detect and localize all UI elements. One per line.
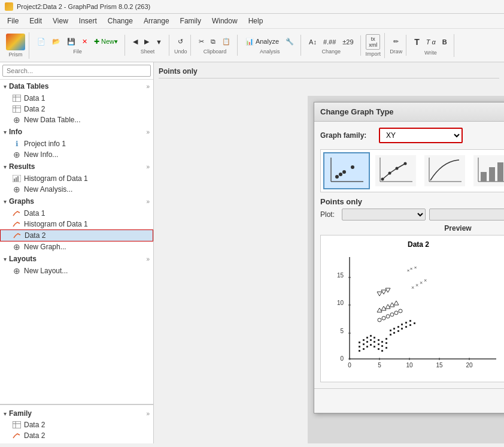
menu-insert[interactable]: Insert [74, 15, 102, 27]
svg-rect-75 [370, 339, 372, 341]
section-info-header[interactable]: ▾ Info » [0, 125, 153, 138]
svg-rect-64 [359, 350, 360, 352]
toolbar-sheet-label: Sheet [141, 49, 155, 55]
label-data1: Data 1 [24, 94, 45, 102]
menu-family[interactable]: Family [175, 15, 206, 27]
points-only-label: Points only [320, 197, 504, 206]
svg-rect-69 [378, 348, 379, 350]
sheet-btn2[interactable]: ▶ [141, 36, 152, 47]
preview-chart: Data 2 0 5 10 15 [320, 235, 504, 382]
sidebar-item-data2-graph[interactable]: Data 2 [0, 229, 153, 241]
svg-point-111 [399, 309, 402, 313]
expand-results[interactable]: » [146, 164, 150, 170]
title-bar: Project2:Data 2 - GraphPad Prism 8.0.2 (… [0, 0, 504, 14]
change-btn3[interactable]: ±29 [339, 37, 356, 47]
sidebar-item-new-graph[interactable]: ⊕ New Graph... [0, 241, 153, 252]
svg-rect-85 [378, 339, 379, 341]
family-header[interactable]: ▾ Family » [0, 407, 153, 419]
label-new-analysis: New Analysis... [24, 185, 72, 194]
toolbar-prism-label: Prism [9, 52, 23, 58]
graph-type-bar[interactable] [470, 152, 504, 189]
section-data-tables: ▾ Data Tables » Data 1 Data 2 [0, 80, 153, 125]
expand-info[interactable]: » [146, 129, 150, 135]
svg-rect-70 [381, 350, 383, 352]
analyze-btn[interactable]: 📊 Analyze [242, 36, 282, 47]
svg-rect-90 [397, 330, 399, 332]
paste-btn[interactable]: 📋 [219, 36, 233, 47]
sheet-btn1[interactable]: ◀ [130, 36, 141, 47]
graph-types-container [320, 149, 504, 192]
app-icon [5, 2, 13, 11]
text-btn[interactable]: T [411, 35, 423, 49]
cut-btn[interactable]: ✂ [196, 36, 207, 47]
change-btn2[interactable]: #.## [320, 37, 339, 47]
sidebar-item-data1[interactable]: Data 1 [0, 93, 153, 104]
sidebar-item-histogram-graph[interactable]: Histogram of Data 1 [0, 219, 153, 229]
svg-rect-33 [481, 172, 487, 182]
expand-family[interactable]: » [146, 410, 150, 417]
sidebar-item-new-info[interactable]: ⊕ New Info... [0, 149, 153, 160]
graph-icon-data2 [13, 231, 22, 240]
undo-btn[interactable]: ↺ [175, 36, 186, 47]
svg-rect-10 [13, 421, 21, 428]
addnew-btn[interactable]: ✚ New▾ [91, 36, 121, 47]
svg-rect-98 [401, 324, 403, 325]
save-btn[interactable]: 💾 [64, 36, 78, 47]
sidebar-item-new-data-table[interactable]: ⊕ New Data Table... [0, 114, 153, 125]
sheet-btn3[interactable]: ▼ [153, 36, 165, 47]
menu-change[interactable]: Change [103, 15, 138, 27]
change-btn1[interactable]: A↕ [306, 37, 320, 47]
new-btn[interactable]: 📄 [34, 36, 48, 47]
sidebar-item-data2-table[interactable]: Data 2 [0, 104, 153, 114]
menu-help[interactable]: Help [244, 15, 268, 27]
delete-btn[interactable]: ✕ [79, 36, 90, 47]
graph-family-select[interactable]: XY Column Grouped Contingency Survival [379, 128, 463, 143]
sidebar-item-new-layout[interactable]: ⊕ New Layout... [0, 265, 153, 276]
toolbar: Prism 📄 📂 💾 ✕ ✚ New▾ File ◀ ▶ ▼ Sheet ↺ … [0, 29, 504, 62]
menu-arrange[interactable]: Arrange [139, 15, 174, 27]
section-data-tables-header[interactable]: ▾ Data Tables » [0, 80, 153, 93]
svg-rect-68 [374, 346, 375, 348]
expand-graphs[interactable]: » [146, 198, 150, 205]
label-graph-data1: Data 1 [24, 209, 45, 218]
dialog-title: Change Graph Type [320, 107, 394, 116]
section-results-header[interactable]: ▾ Results » [0, 160, 153, 173]
svg-rect-78 [381, 345, 383, 347]
section-layouts-header[interactable]: ▾ Layouts » [0, 252, 153, 265]
section-graphs-header[interactable]: ▾ Graphs » [0, 195, 153, 208]
svg-rect-8 [16, 177, 17, 182]
section-info: ▾ Info » ℹ Project info 1 ⊕ New Info... [0, 125, 153, 160]
menu-file[interactable]: File [2, 15, 23, 27]
search-input[interactable] [2, 65, 151, 77]
bold-btn[interactable]: B [439, 35, 450, 49]
sidebar-item-histogram-results[interactable]: Histogram of Data 1 [0, 173, 153, 184]
graph-type-curve[interactable] [421, 152, 468, 189]
plot-select-1[interactable] [342, 209, 426, 221]
import-btn[interactable]: txxml [366, 34, 380, 50]
graph-type-scatter[interactable] [323, 152, 370, 189]
sidebar-item-family-data2-graph[interactable]: Data 2 [0, 430, 153, 441]
menu-edit[interactable]: Edit [25, 15, 47, 27]
copy-btn[interactable]: ⧉ [208, 36, 218, 47]
expand-data-tables[interactable]: » [146, 83, 150, 90]
svg-rect-94 [414, 322, 415, 324]
open-btn[interactable]: 📂 [49, 36, 63, 47]
menu-view[interactable]: View [48, 15, 73, 27]
svg-rect-9 [17, 176, 19, 182]
expand-layouts[interactable]: » [146, 256, 150, 262]
preview-svg: 0 5 10 15 0 5 10 [326, 251, 504, 377]
sidebar-item-new-analysis[interactable]: ⊕ New Analysis... [0, 184, 153, 195]
graph-type-line[interactable] [372, 152, 419, 189]
alpha-btn[interactable]: T α [423, 35, 439, 49]
sidebar-item-family-data2-table[interactable]: Data 2 [0, 419, 153, 430]
menu-window[interactable]: Window [207, 15, 242, 27]
sidebar: ▾ Data Tables » Data 1 Data 2 [0, 62, 154, 443]
svg-rect-77 [378, 343, 379, 345]
sidebar-item-project-info[interactable]: ℹ Project info 1 [0, 138, 153, 149]
dialog-body: Graph family: XY Column Grouped Continge… [314, 122, 504, 388]
analysis-btn2[interactable]: 🔧 [283, 36, 297, 47]
sidebar-item-graph-data1[interactable]: Data 1 [0, 208, 153, 219]
plot-select-2[interactable] [429, 209, 504, 221]
draw-btn[interactable]: ✏ [390, 36, 402, 47]
section-graphs: ▾ Graphs » Data 1 Histogram of Data 1 [0, 195, 153, 252]
